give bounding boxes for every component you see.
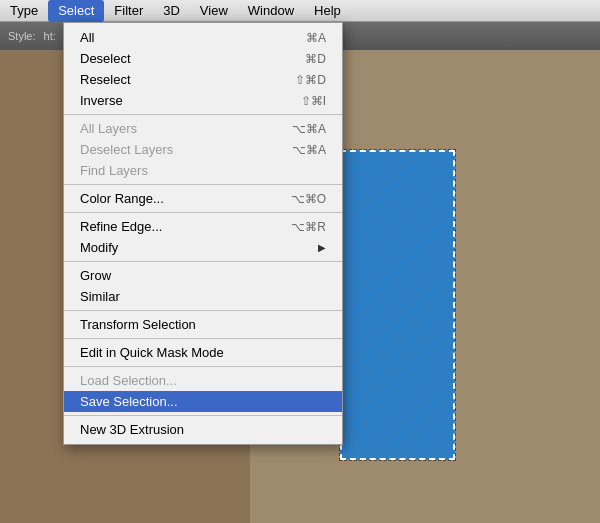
menu-item-edit-in-quick-mask-mode[interactable]: Edit in Quick Mask Mode (64, 342, 342, 363)
menu-item-label: Reselect (80, 72, 131, 87)
blue-shutter (340, 150, 455, 460)
menu-item-label: Edit in Quick Mask Mode (80, 345, 224, 360)
menu-item-label: Load Selection... (80, 373, 177, 388)
menu-item-all[interactable]: All⌘A (64, 27, 342, 48)
submenu-arrow-icon: ▶ (318, 242, 326, 253)
menu-item-transform-selection[interactable]: Transform Selection (64, 314, 342, 335)
menu-shortcut: ⌥⌘O (291, 192, 326, 206)
style-label: Style: (8, 30, 36, 42)
menu-item-label: Deselect Layers (80, 142, 173, 157)
menu-item-label: Similar (80, 289, 120, 304)
menu-item-all-layers: All Layers⌥⌘A (64, 118, 342, 139)
menu-shortcut: ⌥⌘A (292, 122, 326, 136)
menu-type[interactable]: Type (0, 0, 48, 22)
menu-separator (64, 261, 342, 262)
menu-item-label: Find Layers (80, 163, 148, 178)
menu-select[interactable]: Select (48, 0, 104, 22)
menu-item-label: Save Selection... (80, 394, 178, 409)
menu-item-new-3d-extrusion[interactable]: New 3D Extrusion (64, 419, 342, 440)
menu-item-find-layers: Find Layers (64, 160, 342, 181)
menu-item-grow[interactable]: Grow (64, 265, 342, 286)
menu-view[interactable]: View (190, 0, 238, 22)
menu-separator (64, 338, 342, 339)
menu-shortcut: ⇧⌘I (301, 94, 326, 108)
select-dropdown-menu: All⌘ADeselect⌘DReselect⇧⌘DInverse⇧⌘IAll … (63, 22, 343, 445)
menu-filter[interactable]: Filter (104, 0, 153, 22)
menu-separator (64, 114, 342, 115)
menu-item-label: New 3D Extrusion (80, 422, 184, 437)
menu-separator (64, 212, 342, 213)
menu-separator (64, 366, 342, 367)
menu-item-label: Modify (80, 240, 118, 255)
menu-separator (64, 310, 342, 311)
menu-item-color-range[interactable]: Color Range...⌥⌘O (64, 188, 342, 209)
menu-3d[interactable]: 3D (153, 0, 190, 22)
menu-item-label: All Layers (80, 121, 137, 136)
menu-shortcut: ⌘A (306, 31, 326, 45)
menu-item-reselect[interactable]: Reselect⇧⌘D (64, 69, 342, 90)
menu-item-label: Deselect (80, 51, 131, 66)
menu-help[interactable]: Help (304, 0, 351, 22)
menu-item-label: All (80, 30, 94, 45)
menu-shortcut: ⌥⌘A (292, 143, 326, 157)
menu-item-deselect-layers: Deselect Layers⌥⌘A (64, 139, 342, 160)
menu-item-load-selection: Load Selection... (64, 370, 342, 391)
menu-item-deselect[interactable]: Deselect⌘D (64, 48, 342, 69)
menu-separator (64, 184, 342, 185)
menu-item-similar[interactable]: Similar (64, 286, 342, 307)
right-label: ht: (44, 30, 56, 42)
menu-item-refine-edge[interactable]: Refine Edge...⌥⌘R (64, 216, 342, 237)
menu-item-inverse[interactable]: Inverse⇧⌘I (64, 90, 342, 111)
menu-item-label: Refine Edge... (80, 219, 162, 234)
menu-shortcut: ⇧⌘D (295, 73, 326, 87)
menu-item-label: Inverse (80, 93, 123, 108)
menu-item-label: Transform Selection (80, 317, 196, 332)
menu-item-label: Color Range... (80, 191, 164, 206)
menu-shortcut: ⌘D (305, 52, 326, 66)
menu-separator (64, 415, 342, 416)
menu-item-label: Grow (80, 268, 111, 283)
menu-item-save-selection[interactable]: Save Selection... (64, 391, 342, 412)
menu-shortcut: ⌥⌘R (291, 220, 326, 234)
menu-window[interactable]: Window (238, 0, 304, 22)
menu-item-modify[interactable]: Modify▶ (64, 237, 342, 258)
menubar: Type Select Filter 3D View Window Help (0, 0, 600, 22)
